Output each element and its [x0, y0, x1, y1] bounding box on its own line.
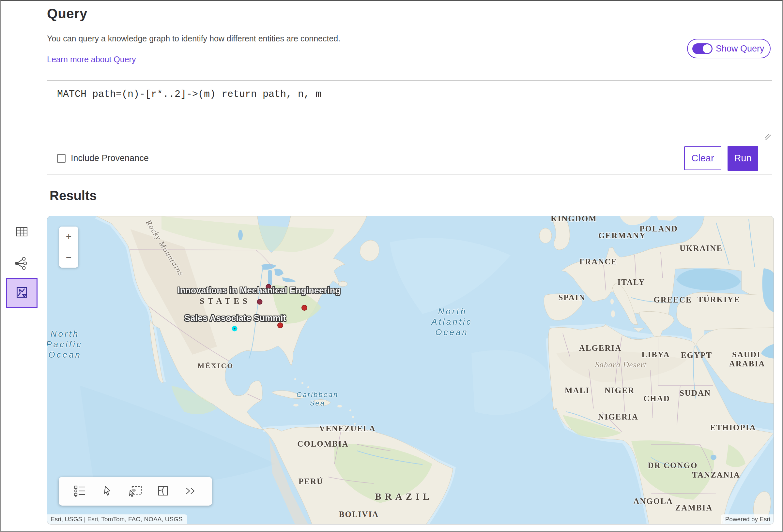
sidebar-item-map-view[interactable]: [6, 278, 37, 308]
toggle-label: Show Query: [716, 44, 764, 54]
map-marker[interactable]: [257, 299, 263, 305]
include-provenance-checkbox[interactable]: [57, 154, 66, 163]
map-zoom-control: + −: [59, 227, 78, 268]
query-footer: Include Provenance Clear Run: [47, 142, 772, 174]
learn-more-link[interactable]: Learn more about Query: [47, 55, 136, 64]
map-toolbar: [59, 477, 212, 506]
zoom-out-button[interactable]: −: [59, 247, 78, 268]
results-title: Results: [50, 189, 97, 203]
map-icon: [14, 285, 29, 301]
clear-button[interactable]: Clear: [684, 146, 721, 170]
resize-grip-icon[interactable]: [765, 134, 771, 140]
map-marker[interactable]: [277, 322, 283, 328]
select-features-icon[interactable]: [128, 484, 143, 498]
query-editor-panel: MATCH path=(n)-[r*..2]->(m) return path,…: [47, 80, 772, 174]
toggle-switch-icon[interactable]: [692, 43, 713, 54]
map-marker-label: Sales Associate Summit: [184, 313, 286, 323]
sidebar-item-table-view[interactable]: [15, 226, 28, 238]
double-chevron-right-icon[interactable]: [184, 484, 198, 498]
query-textarea[interactable]: MATCH path=(n)-[r*..2]->(m) return path,…: [47, 81, 772, 142]
map-marker-label: Innovations in Mechanical Engineering: [178, 286, 341, 296]
select-polygon-icon[interactable]: [156, 484, 170, 498]
query-page: Query You can query a knowledge graph to…: [0, 0, 783, 532]
page-title: Query: [47, 6, 88, 22]
legend-list-icon[interactable]: [73, 484, 87, 498]
run-button[interactable]: Run: [727, 146, 758, 171]
sidebar-item-graph-view[interactable]: [14, 256, 29, 271]
pointer-icon[interactable]: [100, 484, 115, 498]
map-marker[interactable]: [302, 305, 307, 311]
page-description: You can query a knowledge graph to ident…: [47, 34, 340, 43]
zoom-in-button[interactable]: +: [59, 227, 78, 247]
show-query-toggle[interactable]: Show Query: [687, 39, 771, 58]
map-canvas[interactable]: KINGDOMPOLANDGERMANYUKRAINEFRANCEITALYSP…: [47, 216, 774, 525]
table-icon: [15, 226, 28, 238]
graph-icon: [14, 256, 29, 271]
map-marker-selected[interactable]: [232, 326, 238, 332]
include-provenance-label: Include Provenance: [71, 153, 149, 163]
